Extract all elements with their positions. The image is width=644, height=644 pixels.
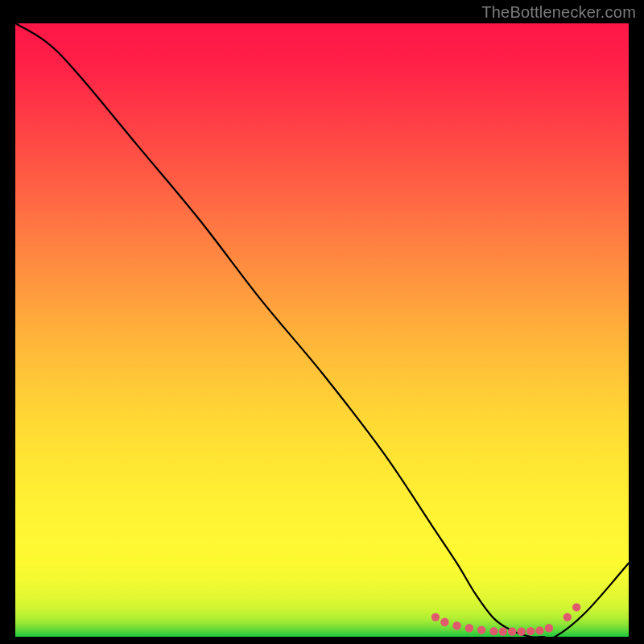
marker-dot [545, 624, 553, 632]
marker-dot [452, 621, 460, 630]
marker-dot [440, 618, 448, 626]
marker-dot [572, 603, 580, 611]
attribution-text: TheBottlenecker.com [481, 3, 636, 22]
marker-dot [499, 627, 507, 635]
marker-dot [517, 627, 525, 635]
bottleneck-curve [15, 23, 629, 637]
marker-dot [564, 613, 572, 621]
marker-dot [526, 627, 535, 635]
plot-area [15, 23, 629, 637]
marker-dot [508, 627, 516, 635]
marker-dot [477, 625, 485, 634]
marker-dot [465, 624, 473, 632]
marker-dot [431, 613, 440, 621]
marker-dot [535, 626, 543, 634]
chart-frame: TheBottlenecker.com [0, 0, 644, 644]
curve-markers [431, 603, 581, 636]
marker-dot [489, 627, 497, 635]
curve-layer [15, 23, 629, 637]
